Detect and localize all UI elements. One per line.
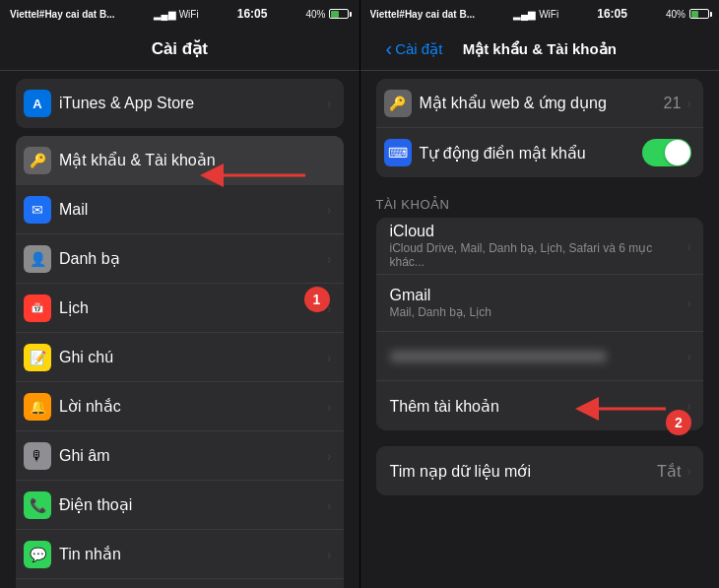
list-item-tudong[interactable]: ⌨ Tự động điền mật khẩu [376, 128, 704, 177]
list-item-ghiam[interactable]: 🎙 Ghi âm › [16, 431, 344, 481]
dienthoai-label: Điện thoại [59, 495, 327, 514]
chevron-mail: › [327, 202, 332, 218]
annotation-number-2: 2 [666, 410, 691, 435]
dienthoai-icon: 📞 [24, 491, 51, 519]
tudong-toggle[interactable] [642, 139, 691, 166]
list-item-timnap[interactable]: Tim nạp dữ liệu mới Tắt › [376, 446, 704, 495]
danhba-icon: 👤 [24, 245, 51, 273]
signal-bars-left: ▂▄▆ [154, 9, 176, 20]
loinhac-icon: 🔔 [24, 393, 51, 421]
danhba-label: Danh bạ [59, 249, 327, 268]
matkhau-count: 21 [664, 95, 682, 112]
list-item-ghichu[interactable]: 📝 Ghi chú › [16, 333, 344, 382]
time-left: 16:05 [237, 7, 268, 21]
list-item-dienthoai[interactable]: 📞 Điện thoại › [16, 481, 344, 530]
back-chevron-icon: ‹ [386, 37, 393, 60]
chevron-tinnhan: › [327, 547, 332, 562]
ghiam-icon: 🎙 [24, 442, 51, 470]
ghichu-icon: 📝 [24, 344, 51, 371]
lich-icon: 📅 [24, 294, 51, 322]
gmail-label: Gmail [390, 287, 680, 304]
wifi-right: WiFi [539, 9, 558, 20]
status-right-left: 40% [305, 9, 349, 20]
chevron-matkhau: › [327, 153, 332, 168]
list-item-tinnhan[interactable]: 💬 Tin nhắn › [16, 530, 344, 579]
timnap-label: Tim nạp dữ liệu mới [390, 462, 658, 481]
signal-bars-right: ▂▄▆ [513, 9, 536, 20]
matkhau-label: Mật khẩu & Tài khoản [59, 151, 327, 169]
annotation-number-1: 1 [304, 287, 330, 312]
taikhoan-section-header: TÀI KHOẢN [360, 185, 720, 218]
left-panel: Viettel#Hay cai dat B... ▂▄▆ WiFi 16:05 … [0, 0, 360, 588]
nav-bar-left: Cài đặt [0, 28, 360, 71]
lich-label: Lịch [59, 298, 327, 317]
tudong-icon: ⌨ [384, 139, 412, 166]
itunes-group: A iTunes & App Store › [16, 79, 344, 128]
gmail-subtitle: Mail, Danh bạ, Lịch [390, 305, 680, 319]
itunes-icon-container: A [16, 79, 59, 128]
status-bar-right: Viettel#Hay cai dat B... ▂▄▆ WiFi 16:05 … [360, 0, 720, 28]
them-taikhoan-label: Thêm tài khoản [390, 397, 680, 416]
list-item-blurred[interactable]: › [376, 332, 704, 381]
list-item-loinhac[interactable]: 🔔 Lời nhắc › [16, 382, 344, 431]
mail-label: Mail [59, 201, 327, 219]
accounts-group: iCloud iCloud Drive, Mail, Danh bạ, Lịch… [376, 218, 704, 430]
carrier-left: Viettel#Hay cai dat B... [10, 9, 115, 20]
nav-back-right[interactable]: ‹ Cài đặt [386, 37, 443, 60]
page-title-right: Mật khẩu & Tài khoản [463, 40, 617, 58]
list-item-itunes[interactable]: A iTunes & App Store › [16, 79, 344, 128]
itunes-icon: A [24, 90, 51, 117]
chevron-itunes: › [327, 96, 332, 111]
ghiam-label: Ghi âm [59, 447, 327, 465]
chevron-matkhau-web: › [686, 96, 691, 111]
list-item-them-taikhoan[interactable]: Thêm tài khoản › [376, 381, 704, 430]
chevron-loinhac: › [327, 399, 332, 415]
back-label: Cài đặt [395, 40, 442, 58]
nav-bar-right: ‹ Cài đặt Mật khẩu & Tài khoản [360, 28, 720, 71]
itunes-label: iTunes & App Store [59, 95, 327, 112]
timnap-value: Tắt [657, 462, 681, 481]
matkhau-web-label: Mật khẩu web & ứng dụng [420, 94, 664, 112]
mail-icon: ✉ [24, 196, 51, 224]
settings-list-left[interactable]: A iTunes & App Store › 🔑 [0, 71, 360, 588]
carrier-right: Viettel#Hay cai dat B... [370, 9, 476, 20]
icloud-subtitle: iCloud Drive, Mail, Danh bạ, Lịch, Safar… [390, 241, 680, 269]
taikhoan-header-text: TÀI KHOẢN [376, 185, 704, 218]
loinhac-label: Lời nhắc [59, 397, 327, 416]
chevron-dienthoai: › [327, 497, 332, 513]
matkhau-icon-container: 🔑 [16, 136, 59, 185]
time-right: 16:05 [597, 7, 627, 21]
list-item-matkhau-web[interactable]: 🔑 Mật khẩu web & ứng dụng 21 › [376, 79, 704, 128]
ghichu-label: Ghi chú [59, 349, 327, 366]
list-item-lich[interactable]: 📅 Lịch › [16, 284, 344, 333]
blurred-account-text [390, 351, 607, 362]
chevron-blurred: › [686, 349, 691, 364]
page-title-left: Cài đặt [152, 38, 208, 59]
tinnhan-label: Tin nhắn [59, 545, 327, 563]
status-bar-left: Viettel#Hay cai dat B... ▂▄▆ WiFi 16:05 … [0, 0, 360, 28]
matkhau-web-icon: 🔑 [384, 90, 412, 117]
settings-list-right[interactable]: 🔑 Mật khẩu web & ứng dụng 21 › ⌨ [360, 71, 720, 588]
wifi-left: WiFi [179, 9, 199, 20]
timnap-group: Tim nạp dữ liệu mới Tắt › [376, 446, 704, 495]
right-panel: Viettel#Hay cai dat B... ▂▄▆ WiFi 16:05 … [360, 0, 720, 588]
battery-icon-right [689, 9, 709, 19]
chevron-danhba: › [327, 251, 332, 267]
chevron-gmail: › [686, 295, 691, 311]
battery-icon-left [329, 9, 349, 19]
main-settings-group: 🔑 Mật khẩu & Tài khoản › ✉ Mai [16, 136, 344, 588]
battery-pct-right: 40% [666, 9, 686, 20]
battery-pct-left: 40% [305, 9, 325, 20]
list-item-danhba[interactable]: 👤 Danh bạ › [16, 234, 344, 284]
matkhau-icon: 🔑 [24, 147, 51, 174]
list-item-icloud[interactable]: iCloud iCloud Drive, Mail, Danh bạ, Lịch… [376, 218, 704, 275]
list-item-gmail[interactable]: Gmail Mail, Danh bạ, Lịch › [376, 275, 704, 332]
chevron-ghichu: › [327, 350, 332, 365]
list-item-facetime[interactable]: 📹 FaceTime › [16, 579, 344, 588]
list-item-matkhau[interactable]: 🔑 Mật khẩu & Tài khoản › [16, 136, 344, 185]
list-item-mail[interactable]: ✉ Mail › [16, 185, 344, 234]
top-settings-group: 🔑 Mật khẩu web & ứng dụng 21 › ⌨ [376, 79, 704, 177]
chevron-ghiam: › [327, 448, 332, 464]
toggle-knob [665, 140, 690, 165]
chevron-icloud: › [686, 238, 691, 254]
